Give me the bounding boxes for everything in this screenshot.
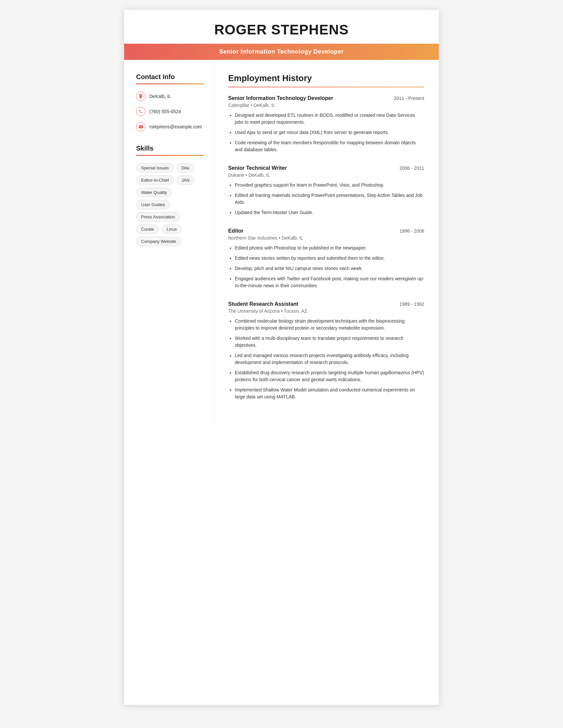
job-bullet: Led and managed various research project… [235, 352, 424, 366]
phone-icon [136, 107, 145, 116]
skills-section-title: Skills [136, 145, 204, 152]
job-dates: 2006 - 2011 [399, 165, 424, 171]
contact-section: Contact Info DeKalb, IL [136, 73, 204, 131]
phone-text: (760) 555-0524 [149, 109, 181, 114]
job-bullet: Provided graphics support for team in Po… [235, 182, 424, 189]
job-block: Student Research Assistant1989 - 1992The… [228, 301, 424, 400]
skill-tag: Company Website [136, 237, 181, 246]
employment-section-title: Employment History [228, 73, 424, 83]
job-bullets-list: Edited photos with Photoshop to be publi… [228, 245, 424, 289]
contact-email: rstephens@example.com [136, 122, 204, 131]
main-content: Employment History Senior Information Te… [213, 60, 439, 426]
employment-divider [228, 87, 424, 87]
job-bullet: Used Ajax to send or get minor data (XML… [235, 129, 424, 136]
skill-tag: Curate [136, 224, 159, 234]
job-header: Senior Information Technology Developer2… [228, 95, 424, 101]
job-bullet: Edited photos with Photoshop to be publi… [235, 245, 424, 251]
job-bullets-list: Designed and developed ETL routines in B… [228, 112, 424, 153]
job-bullet: Edited all training materials including … [235, 192, 424, 206]
skill-tag: User Guides [136, 200, 170, 209]
job-company: Caterpillar • DeKalb, IL [228, 103, 424, 108]
job-bullet: Implemented Shallow Water Model simulati… [235, 387, 424, 400]
job-bullet: Established drug discovery research proj… [235, 369, 424, 383]
job-bullet: Designed and developed ETL routines in B… [235, 112, 424, 126]
job-company: Dukane • DeKalb, IL [228, 172, 424, 178]
job-title: Editor [228, 228, 243, 234]
body-layout: Contact Info DeKalb, IL [124, 60, 439, 426]
skill-tag: Editor-In-Chief [136, 175, 174, 185]
job-bullets-list: Provided graphics support for team in Po… [228, 182, 424, 216]
job-bullet: Engaged audiences with Twitter and Faceb… [235, 275, 424, 289]
job-bullet: Develop, pitch and write NIU campus news… [235, 265, 424, 272]
job-header: Student Research Assistant1989 - 1992 [228, 301, 424, 307]
skill-tag: Linux [162, 224, 182, 234]
job-header: Editor1996 - 2006 [228, 228, 424, 234]
skills-section: Skills Special IssuesDitaEditor-In-Chief… [136, 145, 204, 246]
job-dates: 1989 - 1992 [399, 301, 424, 307]
job-header: Senior Technical Writer2006 - 2011 [228, 165, 424, 171]
skill-tag: Special Issues [136, 163, 174, 173]
email-text: rstephens@example.com [149, 124, 202, 129]
job-bullets-list: Combined molecular biology strain develo… [228, 318, 424, 400]
job-block: Editor1996 - 2006Northern Star Industrie… [228, 228, 424, 289]
job-title: Senior Technical Writer [228, 165, 287, 171]
title-bar: Senior Information Technology Developer [124, 44, 439, 60]
contact-section-title: Contact Info [136, 73, 204, 81]
location-text: DeKalb, IL [149, 94, 171, 99]
job-title: Student Research Assistant [228, 301, 299, 307]
job-bullet: Combined molecular biology strain develo… [235, 318, 424, 332]
header-section: ROGER STEPHENS [124, 10, 439, 38]
email-icon [136, 122, 145, 131]
job-block: Senior Technical Writer2006 - 2011Dukane… [228, 165, 424, 216]
skill-tag: JAN [176, 175, 195, 185]
job-bullet: Worked with a multi-disciplinary team to… [235, 335, 424, 349]
skill-tag: Press Association [136, 212, 180, 222]
candidate-name: ROGER STEPHENS [137, 22, 426, 38]
job-bullet: Updated the Term-Master User Guide. [235, 209, 424, 216]
job-company: Northern Star Industries • DeKalb, IL [228, 235, 424, 241]
candidate-title: Senior Information Technology Developer [124, 48, 439, 55]
skill-tags-container: Special IssuesDitaEditor-In-ChiefJANWate… [136, 163, 204, 246]
contact-location: DeKalb, IL [136, 92, 204, 101]
jobs-container: Senior Information Technology Developer2… [228, 95, 424, 400]
location-icon [136, 92, 145, 101]
job-company: The University of Arizona • Tucson, AZ [228, 308, 424, 314]
job-dates: 1996 - 2006 [399, 228, 424, 234]
skill-tag: Water Quality [136, 188, 172, 197]
contact-divider [136, 83, 204, 84]
job-block: Senior Information Technology Developer2… [228, 95, 424, 153]
job-dates: 2011 - Present [394, 96, 424, 101]
job-title: Senior Information Technology Developer [228, 95, 333, 101]
skills-divider [136, 155, 204, 156]
skill-tag: Dita [176, 163, 194, 173]
contact-phone: (760) 555-0524 [136, 107, 204, 116]
job-bullet: Edited news stories written by reporters… [235, 255, 424, 262]
resume-container: ROGER STEPHENS Senior Information Techno… [124, 10, 439, 705]
sidebar: Contact Info DeKalb, IL [124, 60, 213, 426]
job-bullet: Code reviewing of the team members Respo… [235, 139, 424, 153]
